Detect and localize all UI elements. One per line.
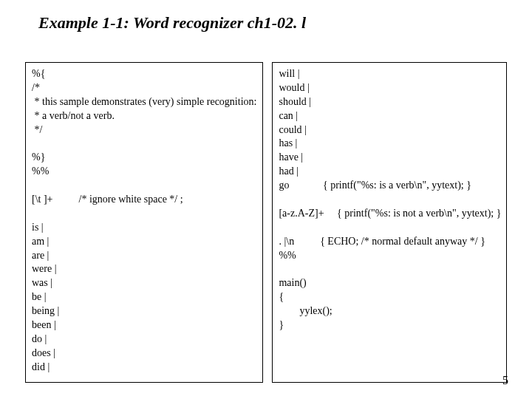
- slide-title: Example 1-1: Word recognizer ch1-02. l: [0, 0, 532, 33]
- code-columns: %{ /* * this sample demonstrates (very) …: [0, 33, 532, 383]
- code-box-left: %{ /* * this sample demonstrates (very) …: [25, 62, 263, 383]
- page-number: 5: [502, 374, 508, 387]
- code-box-right: will | would | should | can | could | ha…: [272, 62, 507, 383]
